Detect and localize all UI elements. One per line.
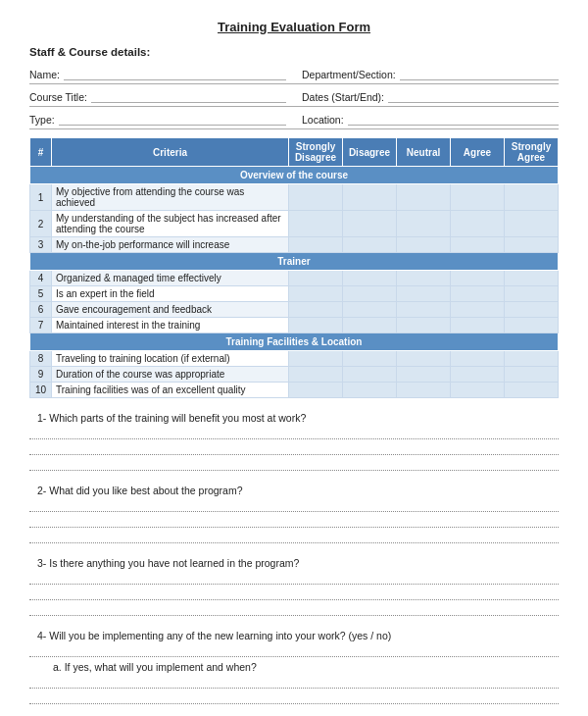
rating-cell[interactable] bbox=[343, 271, 397, 286]
table-row: 2My understanding of the subject has inc… bbox=[30, 211, 559, 237]
answer-line[interactable] bbox=[29, 532, 559, 543]
rating-cell[interactable] bbox=[343, 237, 397, 253]
row-number: 2 bbox=[30, 211, 52, 237]
page-title: Training Evaluation Form bbox=[29, 20, 559, 34]
answer-line[interactable] bbox=[29, 645, 559, 657]
rating-cell[interactable] bbox=[289, 237, 343, 253]
criteria-text: Duration of the course was appropriate bbox=[52, 367, 289, 383]
rating-cell[interactable] bbox=[289, 211, 343, 237]
rating-cell[interactable] bbox=[451, 237, 505, 253]
col-strongly-disagree-header: Strongly Disagree bbox=[289, 138, 343, 167]
rating-cell[interactable] bbox=[397, 367, 451, 383]
table-row: 10Training facilities was of an excellen… bbox=[30, 383, 559, 398]
rating-cell[interactable] bbox=[397, 184, 451, 211]
dept-field: Department/Section: bbox=[302, 67, 559, 80]
rating-cell[interactable] bbox=[451, 318, 505, 333]
rating-cell[interactable] bbox=[451, 367, 505, 383]
table-row: 5Is an expert in the field bbox=[30, 286, 559, 302]
answer-line[interactable] bbox=[29, 573, 559, 585]
rating-cell[interactable] bbox=[289, 318, 343, 333]
rating-cell[interactable] bbox=[343, 184, 397, 211]
rating-cell[interactable] bbox=[343, 318, 397, 333]
rating-cell[interactable] bbox=[289, 302, 343, 318]
rating-cell[interactable] bbox=[451, 286, 505, 302]
location-input-line[interactable] bbox=[348, 112, 559, 126]
answer-line[interactable] bbox=[29, 428, 559, 439]
rating-cell[interactable] bbox=[505, 271, 559, 286]
rating-cell[interactable] bbox=[505, 211, 559, 237]
rating-cell[interactable] bbox=[289, 367, 343, 383]
rating-cell[interactable] bbox=[397, 211, 451, 237]
rating-cell[interactable] bbox=[289, 286, 343, 302]
rating-cell[interactable] bbox=[289, 184, 343, 211]
table-row: 8Traveling to training location (if exte… bbox=[30, 351, 559, 367]
rating-cell[interactable] bbox=[451, 351, 505, 367]
type-input-line[interactable] bbox=[59, 112, 286, 126]
rating-cell[interactable] bbox=[505, 383, 559, 398]
row-number: 10 bbox=[30, 383, 52, 398]
answer-line[interactable] bbox=[29, 677, 559, 689]
dates-field: Dates (Start/End): bbox=[302, 89, 559, 103]
rating-cell[interactable] bbox=[397, 302, 451, 318]
rating-cell[interactable] bbox=[343, 211, 397, 237]
course-title-label: Course Title: bbox=[29, 91, 87, 103]
form-fields: Name: Department/Section: Course Title: … bbox=[29, 64, 559, 129]
dates-input-line[interactable] bbox=[388, 89, 559, 103]
col-num-header: # bbox=[30, 138, 52, 167]
dept-input-line[interactable] bbox=[400, 67, 559, 80]
question-text-3: 3- Is there anything you have not learne… bbox=[37, 557, 559, 569]
rating-cell[interactable] bbox=[397, 271, 451, 286]
location-label: Location: bbox=[302, 114, 344, 126]
question-block-1: 1- Which parts of the training will bene… bbox=[29, 412, 559, 471]
rating-cell[interactable] bbox=[505, 318, 559, 333]
rating-cell[interactable] bbox=[397, 318, 451, 333]
rating-cell[interactable] bbox=[397, 351, 451, 367]
rating-cell[interactable] bbox=[343, 286, 397, 302]
rating-cell[interactable] bbox=[451, 302, 505, 318]
answer-line[interactable] bbox=[29, 500, 559, 512]
answer-line[interactable] bbox=[29, 516, 559, 528]
name-field: Name: bbox=[29, 67, 286, 80]
name-input-line[interactable] bbox=[64, 67, 286, 80]
rating-cell[interactable] bbox=[451, 271, 505, 286]
course-title-input-line[interactable] bbox=[91, 89, 286, 103]
rating-cell[interactable] bbox=[397, 383, 451, 398]
rating-cell[interactable] bbox=[451, 184, 505, 211]
question-block-2: 2- What did you like best about the prog… bbox=[29, 485, 559, 543]
rating-cell[interactable] bbox=[451, 383, 505, 398]
question-block-3: 3- Is there anything you have not learne… bbox=[29, 557, 559, 616]
answer-line[interactable] bbox=[29, 604, 559, 616]
answer-line[interactable] bbox=[29, 588, 559, 600]
question-text-1: 1- Which parts of the training will bene… bbox=[37, 412, 559, 424]
criteria-text: Training facilities was of an excellent … bbox=[52, 383, 289, 398]
rating-cell[interactable] bbox=[343, 351, 397, 367]
course-title-field: Course Title: bbox=[29, 89, 286, 103]
row-number: 8 bbox=[30, 351, 52, 367]
rating-cell[interactable] bbox=[397, 286, 451, 302]
rating-cell[interactable] bbox=[505, 184, 559, 211]
rating-cell[interactable] bbox=[343, 302, 397, 318]
rating-cell[interactable] bbox=[289, 351, 343, 367]
answer-line[interactable] bbox=[29, 692, 559, 704]
rating-cell[interactable] bbox=[505, 286, 559, 302]
dept-label: Department/Section: bbox=[302, 69, 396, 80]
rating-cell[interactable] bbox=[343, 383, 397, 398]
rating-cell[interactable] bbox=[451, 211, 505, 237]
rating-cell[interactable] bbox=[505, 237, 559, 253]
rating-cell[interactable] bbox=[289, 383, 343, 398]
rating-cell[interactable] bbox=[505, 351, 559, 367]
col-disagree-header: Disagree bbox=[343, 138, 397, 167]
answer-line[interactable] bbox=[29, 459, 559, 471]
criteria-text: Gave encouragement and feedback bbox=[52, 302, 289, 318]
answer-line[interactable] bbox=[29, 443, 559, 455]
rating-cell[interactable] bbox=[397, 237, 451, 253]
criteria-text: Maintained interest in the training bbox=[52, 318, 289, 333]
criteria-text: My understanding of the subject has incr… bbox=[52, 211, 289, 237]
rating-cell[interactable] bbox=[505, 367, 559, 383]
form-row-3: Type: Location: bbox=[29, 109, 559, 129]
rating-cell[interactable] bbox=[343, 367, 397, 383]
table-row: 4Organized & managed time effectively bbox=[30, 271, 559, 286]
form-row-1: Name: Department/Section: bbox=[29, 64, 559, 84]
rating-cell[interactable] bbox=[289, 271, 343, 286]
rating-cell[interactable] bbox=[505, 302, 559, 318]
